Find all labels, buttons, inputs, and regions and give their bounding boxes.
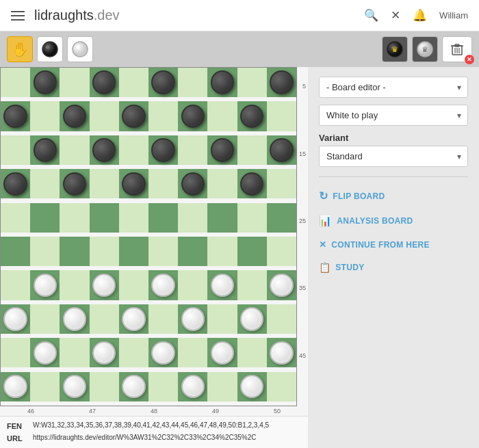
url-value[interactable]: https://lidraughts.dev/editor/W%3AW31%2C… (33, 433, 256, 443)
piece[interactable] (3, 105, 27, 129)
board-cell[interactable] (90, 338, 119, 367)
board-cell[interactable] (207, 304, 237, 334)
piece[interactable] (122, 375, 146, 399)
board-cell[interactable] (207, 135, 237, 165)
piece[interactable] (34, 341, 57, 365)
board-cell[interactable] (237, 338, 267, 367)
piece[interactable] (270, 138, 294, 162)
board-cell[interactable] (90, 270, 119, 300)
piece[interactable] (92, 138, 116, 162)
piece[interactable] (34, 274, 57, 298)
board-cell[interactable] (30, 203, 60, 233)
username[interactable]: William (439, 10, 468, 21)
board-cell[interactable] (237, 237, 267, 266)
board-cell[interactable] (207, 169, 237, 198)
board-cell[interactable] (30, 135, 60, 165)
piece[interactable] (181, 307, 205, 331)
board-cell[interactable] (30, 237, 60, 266)
piece[interactable] (92, 274, 116, 298)
board-cell[interactable] (30, 169, 60, 198)
board-cell[interactable] (207, 372, 237, 401)
board-cell[interactable] (119, 237, 148, 266)
board-cell[interactable] (30, 338, 60, 367)
board-cell[interactable] (30, 68, 60, 97)
piece[interactable] (3, 172, 27, 196)
board-cell[interactable] (207, 68, 237, 97)
piece[interactable] (3, 307, 27, 331)
board-cell[interactable] (148, 237, 178, 266)
board-cell[interactable] (207, 101, 237, 131)
board-cell[interactable] (30, 372, 60, 401)
board-cell[interactable] (267, 203, 296, 233)
clear-board-button[interactable]: ✕ (442, 36, 472, 62)
piece[interactable] (34, 70, 57, 94)
board-cell[interactable] (119, 270, 148, 300)
board-cell[interactable] (237, 169, 267, 198)
board-cell[interactable] (237, 68, 267, 97)
board-cell[interactable] (90, 169, 119, 198)
board-cell[interactable] (1, 338, 30, 367)
board-cell[interactable] (60, 169, 89, 198)
board-cell[interactable] (148, 68, 178, 97)
board-cell[interactable] (207, 203, 237, 233)
board-cell[interactable] (1, 101, 30, 131)
board-cell[interactable] (207, 237, 237, 266)
board-cell[interactable] (60, 304, 89, 334)
study-link[interactable]: 📋 STUDY (319, 259, 468, 276)
board-cell[interactable] (267, 135, 296, 165)
piece[interactable] (63, 105, 87, 129)
board-cell[interactable] (119, 169, 148, 198)
piece[interactable] (63, 172, 87, 196)
close-icon[interactable]: ✕ (391, 8, 400, 23)
piece[interactable] (270, 341, 294, 365)
fen-value[interactable]: W:W31,32,33,34,35,36,37,38,39,40,41,42,4… (33, 421, 269, 430)
board-cell[interactable] (148, 101, 178, 131)
piece[interactable] (211, 138, 235, 162)
board-cell[interactable] (60, 270, 89, 300)
piece[interactable] (211, 341, 235, 365)
board-cell[interactable] (60, 203, 89, 233)
piece[interactable] (92, 341, 116, 365)
board-cell[interactable] (119, 135, 148, 165)
continue-from-here-link[interactable]: ✕ CONTINUE FROM HERE (319, 237, 468, 252)
board-cell[interactable] (60, 237, 89, 266)
board-cell[interactable] (1, 203, 30, 233)
board-cell[interactable] (30, 101, 60, 131)
board-cell[interactable] (148, 203, 178, 233)
piece[interactable] (151, 138, 175, 162)
board-cell[interactable] (178, 68, 207, 97)
piece[interactable] (122, 105, 146, 129)
board-cell[interactable] (178, 203, 207, 233)
board-cell[interactable] (237, 372, 267, 401)
search-icon[interactable]: 🔍 (364, 8, 378, 23)
board-cell[interactable] (237, 101, 267, 131)
white-piece-button[interactable] (67, 36, 93, 62)
piece[interactable] (211, 274, 235, 298)
board-cell[interactable] (1, 270, 30, 300)
board-cell[interactable] (178, 101, 207, 131)
piece[interactable] (34, 138, 57, 162)
piece[interactable] (92, 70, 116, 94)
piece[interactable] (240, 307, 264, 331)
board-cell[interactable] (148, 169, 178, 198)
hand-tool-button[interactable]: ✋ (7, 36, 33, 62)
piece[interactable] (63, 307, 87, 331)
piece[interactable] (181, 172, 205, 196)
board-cell[interactable] (237, 270, 267, 300)
board-cell[interactable] (1, 169, 30, 198)
board-cell[interactable] (119, 372, 148, 401)
board-cell[interactable] (148, 135, 178, 165)
board-cell[interactable] (90, 101, 119, 131)
board-cell[interactable] (267, 101, 296, 131)
flip-board-link[interactable]: ↻ FLIP BOARD (319, 187, 468, 205)
black-king-button[interactable]: ♛ (382, 36, 408, 62)
piece[interactable] (240, 172, 264, 196)
variant-select[interactable]: Standard Frisian Antidraughts Breakthrou… (319, 146, 468, 167)
piece[interactable] (151, 70, 175, 94)
board-cell[interactable] (267, 270, 296, 300)
piece[interactable] (151, 341, 175, 365)
analysis-board-link[interactable]: 📊 ANALYSIS BOARD (319, 212, 468, 230)
board-cell[interactable] (1, 135, 30, 165)
board-cell[interactable] (119, 338, 148, 367)
hamburger-menu[interactable] (11, 11, 25, 21)
